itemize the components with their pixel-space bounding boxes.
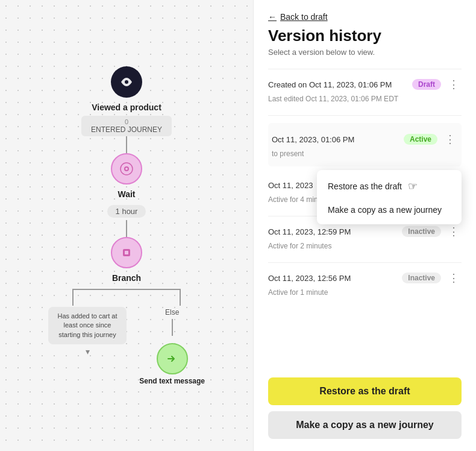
header-version-header: Created on Oct 11, 2023, 01:06 PM Draft … [268, 77, 462, 92]
version-1-active-badge: Active [404, 134, 437, 145]
version-4-menu-button[interactable]: ⋮ [446, 270, 462, 286]
context-restore-item[interactable]: Restore as the draft ☞ [317, 174, 462, 199]
version-3-sub: Active for 2 minutes [268, 242, 462, 256]
branch-right-col: Else Send text message [139, 307, 205, 389]
chevron-down-icon: ▾ [86, 347, 90, 356]
version-row-4[interactable]: Oct 11, 2023, 12:56 PM Inactive ⋮ Active… [268, 264, 462, 303]
version-4-sub: Active for 1 minute [268, 288, 462, 303]
bottom-actions: Restore as the draft Make a copy as a ne… [268, 377, 462, 439]
header-version-meta: Last edited Oct 11, 2023, 01:06 PM EDT [268, 95, 462, 103]
branch-left-col: Has added to cart at least once since st… [48, 307, 127, 356]
version-4-header: Oct 11, 2023, 12:56 PM Inactive ⋮ [268, 264, 462, 288]
version-3-badge-row: Inactive ⋮ [402, 224, 462, 239]
page-title: Version history [268, 27, 462, 45]
viewed-product-icon [111, 66, 142, 98]
context-copy-item[interactable]: Make a copy as a new journey [317, 199, 462, 221]
version-history-panel: ← Back to draft Version history Select a… [253, 0, 476, 451]
version-4-badge-row: Inactive ⋮ [402, 270, 462, 286]
header-version-row: Created on Oct 11, 2023, 01:06 PM Draft … [268, 77, 462, 110]
divider-2 [268, 115, 462, 116]
left-condition-box: Has added to cart at least once since st… [48, 307, 127, 344]
restore-label: Restore as the draft [328, 181, 402, 191]
version-3-date: Oct 11, 2023, 12:59 PM [268, 227, 351, 236]
back-arrow-icon: ← [268, 12, 277, 22]
copy-journey-button[interactable]: Make a copy as a new journey [268, 411, 462, 439]
context-menu: Restore as the draft ☞ Make a copy as a … [317, 170, 462, 224]
branch-h-line [72, 289, 181, 290]
branch-right-vline [180, 289, 181, 306]
draft-badge: Draft [412, 79, 441, 90]
back-to-draft-link[interactable]: ← Back to draft [268, 12, 462, 22]
divider-top [268, 69, 462, 69]
cursor-hand-icon: ☞ [408, 180, 418, 193]
wait-label: Wait [117, 189, 135, 199]
version-1-badge-row: Active ⋮ [404, 131, 458, 147]
header-version-menu-button[interactable]: ⋮ [446, 77, 462, 92]
wait-icon [111, 153, 142, 184]
branch-icon [111, 237, 142, 268]
viewed-product-label: Viewed a product [92, 102, 161, 112]
send-icon [157, 343, 188, 374]
connector-2 [126, 220, 127, 237]
viewed-product-node: Viewed a product 0 ENTERED JOURNEY [81, 66, 172, 136]
branch-left-vline [72, 289, 74, 306]
version-1-sub: to present [272, 150, 458, 164]
send-label: Send text message [139, 377, 205, 385]
version-1-header: Oct 11, 2023, 01:06 PM Active ⋮ [272, 125, 458, 150]
svg-point-4 [125, 168, 128, 170]
wait-duration: 1 hour [107, 205, 146, 218]
version-4-date: Oct 11, 2023, 12:56 PM [268, 274, 351, 283]
journey-canvas: Viewed a product 0 ENTERED JOURNEY Wait … [0, 0, 253, 451]
header-version-date: Created on Oct 11, 2023, 01:06 PM [268, 80, 392, 89]
version-row-1[interactable]: Oct 11, 2023, 01:06 PM Active ⋮ to prese… [268, 123, 462, 166]
svg-point-1 [125, 80, 128, 84]
page-subtitle: Select a version below to view. [268, 48, 462, 57]
connector-1 [126, 136, 127, 153]
restore-draft-button[interactable]: Restore as the draft [268, 377, 462, 405]
version-1-date: Oct 11, 2023, 01:06 PM [272, 135, 354, 144]
copy-label: Make a copy as a new journey [328, 205, 442, 215]
branch-label: Branch [112, 273, 141, 283]
version-3-menu-button[interactable]: ⋮ [446, 224, 462, 239]
version-1-menu-button[interactable]: ⋮ [442, 131, 458, 147]
entered-journey-box: 0 ENTERED JOURNEY [81, 116, 172, 136]
version-4-inactive-badge: Inactive [402, 273, 441, 283]
version-2-date: Oct 11, 2023 [268, 181, 313, 190]
else-vline [172, 319, 173, 336]
else-label: Else [165, 308, 179, 317]
sep-3 [268, 262, 462, 263]
branch-split: Has added to cart at least once since st… [42, 289, 211, 389]
version-3-inactive-badge: Inactive [402, 226, 441, 237]
